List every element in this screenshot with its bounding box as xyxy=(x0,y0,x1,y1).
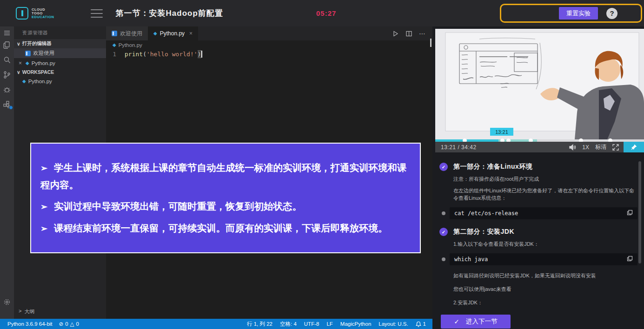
panel-scrollbar[interactable] xyxy=(638,161,641,263)
explorer-icon[interactable] xyxy=(0,39,14,51)
cursor-position[interactable]: 行 1, 列 22 xyxy=(247,321,272,328)
volume-icon[interactable] xyxy=(569,144,576,151)
editor-tab-bar: 欢迎使用 ◆ Python.py × ⋯ xyxy=(106,26,432,40)
course-content: ✓ 第一部分：准备Linux环境 注意：所有操作必须在root用户下完成 在左边… xyxy=(432,152,644,329)
section-2-title: ✓ 第二部分：安装JDK xyxy=(439,228,644,236)
video-controls: 13:21 / 34:42 1X 标清 xyxy=(435,142,644,152)
warning-icon: △ xyxy=(70,321,74,327)
close-icon[interactable]: × xyxy=(189,30,193,37)
arrow-bullet-icon: ➢ xyxy=(40,164,47,173)
section-1-paragraph: 在左边的组件中Linux环境已经为您准备好了，请在左下的命令行位置输入以下命令查… xyxy=(453,187,636,202)
debug-icon[interactable] xyxy=(0,84,14,95)
bullet-dot-icon xyxy=(442,211,445,215)
arrow-bullet-icon: ➢ xyxy=(40,224,47,233)
video-time: 13:21 / 34:42 xyxy=(441,144,477,151)
split-editor-icon[interactable] xyxy=(405,30,412,37)
top-bar: CLOUD TOGO EDUCATION 第一节：安装Hadoop前配置 05:… xyxy=(0,0,644,26)
bullet-dot-icon xyxy=(442,257,445,261)
indentation[interactable]: 空格: 4 xyxy=(280,321,297,328)
activity-bar xyxy=(0,26,14,319)
arrow-bullet-icon: ➢ xyxy=(40,202,47,211)
python-version[interactable]: Python 3.6.9 64-bit xyxy=(7,321,53,327)
fullscreen-icon[interactable] xyxy=(612,144,619,151)
welcome-file-icon xyxy=(25,51,31,56)
python-icon: ◆ xyxy=(153,31,157,36)
overlay-bullet-3: ➢课程结束前环境一直保留，可持续实训。而原有的实训课，下课后即释放环境。 xyxy=(40,220,411,237)
bell-icon xyxy=(416,321,421,327)
pin-video-button[interactable] xyxy=(624,142,644,152)
help-icon[interactable]: ? xyxy=(606,8,617,19)
video-seek-tooltip: 13:21 xyxy=(490,128,513,136)
video-quality[interactable]: 标清 xyxy=(595,143,606,151)
close-icon[interactable]: × xyxy=(19,60,23,66)
keyboard-layout[interactable]: Layout: U.S. xyxy=(378,321,408,327)
check-icon: ✓ xyxy=(454,318,459,325)
tab-python[interactable]: ◆ Python.py × xyxy=(148,26,198,40)
playback-speed[interactable]: 1X xyxy=(582,144,589,151)
notifications-bell[interactable]: 1 xyxy=(416,321,426,327)
logo-icon xyxy=(16,7,28,20)
video-frame-illustration xyxy=(435,29,644,139)
section-2-paragraph: 1.输入以下命令查看是否有安装JDK： xyxy=(453,240,636,248)
run-icon[interactable] xyxy=(392,30,399,37)
tab-welcome[interactable]: 欢迎使用 xyxy=(106,26,148,40)
info-overlay: ➢学生上课时，系统根据上课的章节自动生成统一标准的实训环境，打通实训环境和课程内… xyxy=(30,143,421,253)
outline-section[interactable]: > 大纲 xyxy=(14,308,106,315)
section-1-note: 注意：所有操作必须在root用户下完成 xyxy=(453,175,636,183)
reset-experiment-button[interactable]: 重置实验 xyxy=(559,7,598,20)
sidebar-menu-icon[interactable] xyxy=(0,27,14,39)
line-number: 1 xyxy=(106,51,125,58)
section-2-after2: 您也可以使用javac来查看 xyxy=(453,285,636,293)
logo-line3: EDUCATION xyxy=(32,15,54,19)
welcome-file-icon xyxy=(112,31,117,36)
python-icon: ◆ xyxy=(113,43,116,47)
session-timer: 05:27 xyxy=(316,9,336,17)
python-icon: ◆ xyxy=(22,79,26,84)
python-icon: ◆ xyxy=(26,61,29,66)
command-row-2: which java xyxy=(442,253,637,265)
editor-actions: ⋯ xyxy=(392,26,426,40)
app-root: CLOUD TOGO EDUCATION 第一节：安装Hadoop前配置 05:… xyxy=(0,0,644,329)
workspace-file-python[interactable]: ◆ Python.py xyxy=(14,76,106,86)
command-row-1: cat /etc/os-release xyxy=(442,207,637,219)
error-icon: ⊘ xyxy=(59,321,64,327)
section-1-title: ✓ 第一部分：准备Linux环境 xyxy=(439,163,644,171)
workspace-section[interactable]: ∨ WORKSPACE xyxy=(14,68,106,76)
open-editors-section[interactable]: ∨ 打开的编辑器 xyxy=(14,39,106,48)
video-player[interactable]: 13:21 xyxy=(435,29,644,139)
overlay-bullet-2: ➢实训过程中导致环境出错，可随时重置，恢复到初始状态。 xyxy=(40,198,411,215)
explorer-header: 资源管理器 xyxy=(14,26,106,39)
copy-icon[interactable] xyxy=(627,256,633,263)
language-mode[interactable]: MagicPython xyxy=(340,321,371,327)
editor-scrollbar[interactable] xyxy=(430,39,432,47)
search-icon[interactable] xyxy=(0,54,14,66)
menu-icon[interactable] xyxy=(91,9,103,18)
open-editor-python[interactable]: × ◆ Python.py xyxy=(14,58,106,68)
chevron-right-icon: > xyxy=(19,308,21,315)
check-icon: ✓ xyxy=(439,163,448,171)
gear-icon[interactable] xyxy=(0,296,14,308)
more-actions-icon[interactable]: ⋯ xyxy=(419,30,426,37)
code-line-1[interactable]: 1 print ( 'hello world!' ) xyxy=(106,50,432,59)
problems-indicator[interactable]: ⊘ 0 △ 0 xyxy=(59,321,79,327)
command-block[interactable]: cat /etc/os-release xyxy=(450,207,637,219)
extensions-icon[interactable] xyxy=(0,99,14,110)
chevron-down-icon: ∨ xyxy=(17,69,20,75)
copy-icon[interactable] xyxy=(627,210,633,217)
check-icon: ✓ xyxy=(439,228,448,236)
command-block[interactable]: which java xyxy=(450,253,637,265)
reset-highlight-frame: 重置实验 ? xyxy=(500,4,642,23)
chapter-title: 第一节：安装Hadoop前配置 xyxy=(116,8,223,19)
text-cursor xyxy=(201,51,202,58)
remote-badge xyxy=(9,105,13,110)
chevron-down-icon: ∨ xyxy=(17,41,20,46)
overlay-bullet-1: ➢学生上课时，系统根据上课的章节自动生成统一标准的实训环境，打通实训环境和课程内… xyxy=(40,159,411,193)
encoding[interactable]: UTF-8 xyxy=(304,321,319,327)
open-editor-welcome[interactable]: 欢迎使用 xyxy=(14,48,106,58)
source-control-icon[interactable] xyxy=(0,69,14,80)
eol-sequence[interactable]: LF xyxy=(326,321,332,327)
breadcrumb[interactable]: ◆ Python.py xyxy=(106,40,432,50)
section-2-after3: 2.安装JDK： xyxy=(453,299,636,306)
next-section-button[interactable]: ✓ 进入下一节 xyxy=(441,315,511,329)
right-panel: 13:21 13:21 / 34:42 1X 标清 xyxy=(432,26,644,329)
